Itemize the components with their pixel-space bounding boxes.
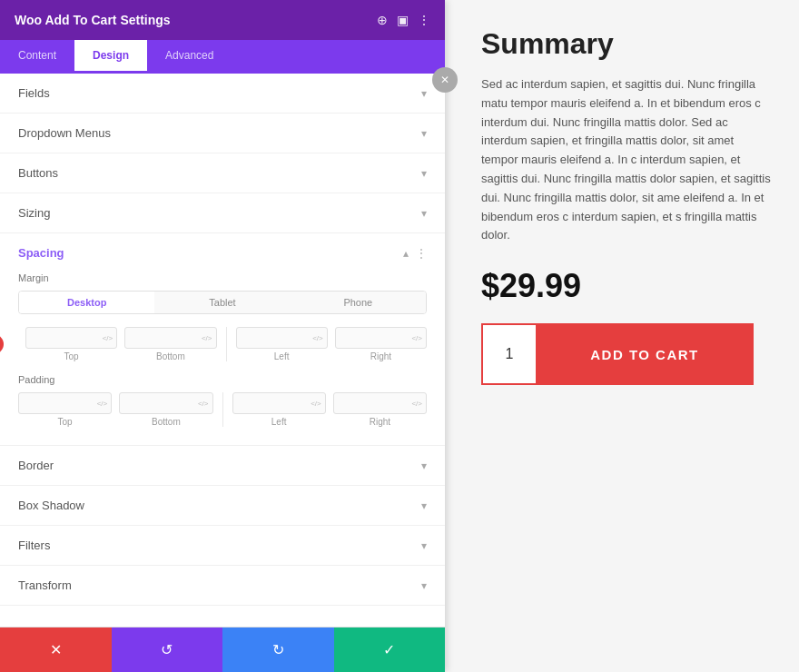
margin-bottom-group: </> Bottom — [124, 327, 216, 361]
margin-top-label: Top — [64, 351, 79, 361]
chevron-up-icon: ▴ — [403, 247, 409, 260]
section-dropdown-label: Dropdown Menus — [18, 126, 111, 140]
close-button[interactable]: ✕ — [432, 67, 458, 93]
section-spacing: Spacing ▴ ⋮ Margin Desktop Tablet Phone … — [0, 233, 445, 446]
padding-label: Padding — [18, 374, 427, 385]
margin-label: Margin — [18, 272, 427, 283]
padding-left-wrapper: </> — [232, 392, 326, 414]
chevron-down-icon: ▾ — [421, 127, 427, 140]
padding-right-label: Right — [370, 417, 390, 427]
padding-inputs-divider — [222, 392, 223, 427]
quantity-box[interactable]: 1 — [481, 323, 536, 385]
padding-left-label: Left — [271, 417, 287, 427]
tab-design[interactable]: Design — [74, 40, 147, 74]
padding-bottom-group: </> Bottom — [119, 392, 212, 427]
code-icon: </> — [202, 334, 212, 342]
section-transform[interactable]: Transform ▾ — [0, 566, 445, 606]
summary-title: Summary — [481, 27, 772, 61]
panel-header-icons: ⊕ ▣ ⋮ — [377, 13, 430, 27]
padding-top-wrapper: </> — [18, 392, 112, 414]
target-icon[interactable]: ⊕ — [377, 13, 388, 27]
section-sizing-label: Sizing — [18, 206, 50, 220]
preview-panel: Summary Sed ac interdum sapien, et sagit… — [445, 0, 799, 672]
undo-button[interactable]: ↺ — [112, 628, 223, 672]
section-box-shadow[interactable]: Box Shadow ▾ — [0, 486, 445, 526]
chevron-down-icon: ▾ — [421, 207, 427, 220]
device-tab-desktop[interactable]: Desktop — [19, 292, 154, 313]
device-tab-phone[interactable]: Phone — [291, 292, 426, 313]
section-buttons-label: Buttons — [18, 166, 58, 180]
section-border-label: Border — [18, 459, 54, 472]
code-icon: </> — [311, 400, 321, 408]
cancel-button[interactable]: ✕ — [0, 628, 112, 672]
margin-inputs-row: 1 </> Top </> Bottom — [18, 327, 427, 361]
more-icon[interactable]: ⋮ — [418, 13, 430, 27]
price: $29.99 — [481, 267, 772, 305]
margin-right-group: </> Right — [335, 327, 427, 361]
section-fields-label: Fields — [18, 86, 50, 100]
chevron-down-icon: ▾ — [421, 539, 427, 552]
section-fields[interactable]: Fields ▾ — [0, 74, 445, 114]
settings-panel: Woo Add To Cart Settings ⊕ ▣ ⋮ Content D… — [0, 0, 445, 672]
padding-right-group: </> Right — [333, 392, 427, 427]
chevron-down-icon: ▾ — [421, 499, 427, 512]
inputs-divider — [226, 327, 227, 361]
device-tab-tablet[interactable]: Tablet — [154, 292, 290, 313]
padding-top-label: Top — [58, 417, 73, 427]
add-to-cart-button[interactable]: ADD TO CART — [536, 323, 754, 385]
section-box-shadow-label: Box Shadow — [18, 499, 84, 512]
spacing-content: Margin Desktop Tablet Phone 1 </> — [0, 272, 445, 445]
margin-left-group: </> Left — [236, 327, 328, 361]
spacing-label: Spacing — [18, 246, 64, 260]
device-tabs: Desktop Tablet Phone — [18, 291, 427, 314]
chevron-down-icon: ▾ — [421, 167, 427, 180]
duplicate-icon[interactable]: ▣ — [397, 13, 409, 27]
margin-left-label: Left — [274, 351, 290, 361]
margin-bottom-label: Bottom — [156, 351, 185, 361]
section-filters-label: Filters — [18, 539, 50, 552]
section-sizing[interactable]: Sizing ▾ — [0, 193, 445, 233]
panel-title: Woo Add To Cart Settings — [15, 13, 171, 27]
padding-bottom-label: Bottom — [152, 417, 181, 427]
code-icon: </> — [103, 334, 113, 342]
section-filters[interactable]: Filters ▾ — [0, 526, 445, 566]
save-button[interactable]: ✓ — [334, 628, 446, 672]
section-dropdown-menus[interactable]: Dropdown Menus ▾ — [0, 114, 445, 153]
margin-right-label: Right — [370, 351, 391, 361]
more-options-icon[interactable]: ⋮ — [416, 247, 427, 260]
summary-text: Sed ac interdum sapien, et sagittis dui.… — [481, 75, 772, 245]
padding-top-group: </> Top — [18, 392, 112, 427]
section-buttons[interactable]: Buttons ▾ — [0, 153, 445, 193]
code-icon: </> — [411, 334, 422, 342]
spacing-header-right: ▴ ⋮ — [403, 247, 427, 260]
panel-footer: ✕ ↺ ↻ ✓ — [0, 627, 445, 672]
margin-right-wrapper: </> — [335, 327, 427, 349]
panel-header: Woo Add To Cart Settings ⊕ ▣ ⋮ — [0, 0, 445, 40]
margin-top-group: </> Top — [25, 327, 117, 361]
step-indicator: 1 — [0, 334, 4, 354]
section-border[interactable]: Border ▾ — [0, 446, 445, 486]
redo-button[interactable]: ↻ — [222, 628, 334, 672]
code-icon: </> — [97, 400, 108, 408]
panel-body: Fields ▾ Dropdown Menus ▾ Buttons ▾ Sizi… — [0, 74, 445, 627]
code-icon: </> — [198, 400, 209, 408]
chevron-down-icon: ▾ — [421, 87, 427, 100]
margin-bottom-wrapper: </> — [124, 327, 216, 349]
spacing-header[interactable]: Spacing ▴ ⋮ — [0, 233, 445, 272]
padding-inputs-row: </> Top </> Bottom — [18, 392, 427, 427]
tab-content[interactable]: Content — [0, 40, 74, 74]
panel-tabs: Content Design Advanced — [0, 40, 445, 74]
margin-top-wrapper: </> — [25, 327, 117, 349]
section-transform-label: Transform — [18, 578, 72, 592]
code-icon: </> — [312, 334, 323, 342]
padding-bottom-wrapper: </> — [119, 392, 212, 414]
code-icon: </> — [411, 400, 422, 408]
chevron-down-icon: ▾ — [421, 460, 427, 472]
padding-left-group: </> Left — [232, 392, 326, 427]
chevron-down-icon: ▾ — [421, 579, 427, 592]
cart-row: 1 ADD TO CART — [481, 323, 772, 385]
tab-advanced[interactable]: Advanced — [147, 40, 232, 74]
margin-left-wrapper: </> — [236, 327, 328, 349]
padding-right-wrapper: </> — [333, 392, 427, 414]
